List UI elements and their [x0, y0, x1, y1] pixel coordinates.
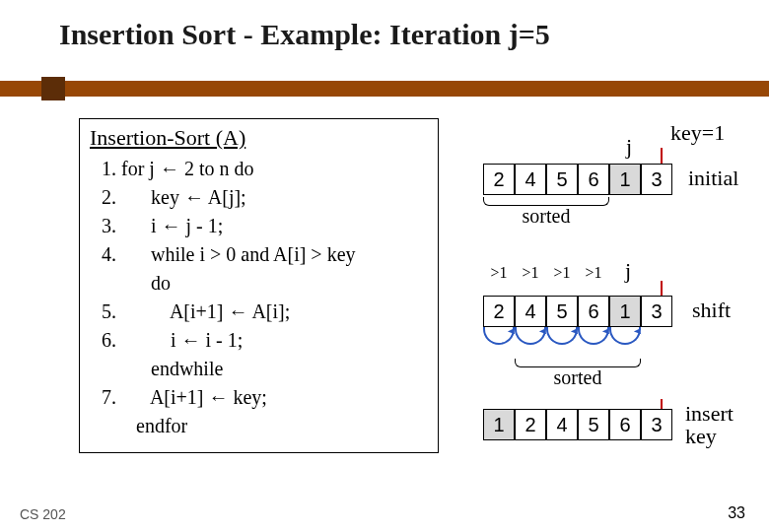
- gt-mark: >1: [578, 264, 609, 282]
- sorted-brace: sorted: [515, 361, 641, 383]
- array-row-insert: 1 2 4 5 6 3: [483, 409, 672, 440]
- algo-line: 6. i ← i - 1;: [102, 326, 428, 355]
- algo-line: do: [102, 269, 428, 298]
- j-pointer-label: j: [626, 134, 632, 160]
- gt-mark: >1: [483, 264, 515, 282]
- algorithm-title: Insertion-Sort (A): [90, 125, 428, 151]
- shift-arrow-icon: [483, 327, 515, 345]
- array-cell: 1: [483, 409, 515, 440]
- array-cell: 5: [546, 296, 578, 327]
- key-label: key=1: [670, 120, 725, 146]
- accent-square: [41, 77, 65, 100]
- slide-title: Insertion Sort - Example: Iteration j=5: [59, 18, 769, 51]
- array-cell: 3: [641, 296, 672, 327]
- slide-number: 33: [728, 504, 745, 522]
- array-cell: 4: [515, 164, 546, 195]
- array-cell: 3: [641, 164, 672, 195]
- array-row-initial: 2 4 5 6 1 3: [483, 164, 672, 195]
- array-cell: 2: [515, 409, 546, 440]
- shift-arrows: [483, 327, 641, 351]
- algo-line: endwhile: [102, 355, 428, 383]
- array-cell: 2: [483, 296, 515, 327]
- algorithm-box: Insertion-Sort (A) 1. for j ← 2 to n do …: [79, 118, 439, 453]
- array-row-shift: 2 4 5 6 1 3: [483, 296, 672, 327]
- array-cell: 5: [578, 409, 609, 440]
- array-cell: 6: [578, 164, 609, 195]
- row-label-initial: initial: [688, 166, 738, 191]
- gt-mark: >1: [546, 264, 578, 282]
- shift-arrow-icon: [578, 327, 609, 345]
- content-area: Insertion-Sort (A) 1. for j ← 2 to n do …: [69, 108, 749, 493]
- gt-comparisons: >1 >1 >1 >1: [483, 264, 609, 282]
- algo-line: 7. A[i+1] ← key;: [102, 383, 428, 412]
- row-label-insert: insert key: [685, 402, 759, 447]
- sorted-brace: sorted: [483, 199, 609, 222]
- array-cell: 5: [546, 164, 578, 195]
- algo-line: endfor: [102, 412, 428, 440]
- accent-bar: [0, 81, 769, 97]
- row-label-shift: shift: [692, 298, 731, 323]
- algo-line: 5. A[i+1] ← A[i];: [102, 298, 428, 326]
- array-cell: 6: [578, 296, 609, 327]
- algo-line: 2. key ← A[j];: [102, 183, 428, 212]
- algorithm-lines: 1. for j ← 2 to n do 2. key ← A[j]; 3. i…: [90, 155, 428, 440]
- array-cell: 1: [609, 296, 641, 327]
- shift-arrow-icon: [546, 327, 578, 345]
- gt-mark: >1: [515, 264, 546, 282]
- algo-line: 4. while i > 0 and A[i] > key: [102, 240, 428, 269]
- array-cell: 4: [515, 296, 546, 327]
- array-cell: 3: [641, 409, 672, 440]
- array-cell: 2: [483, 164, 515, 195]
- array-cell: 6: [609, 409, 641, 440]
- array-cell: 1: [609, 164, 641, 195]
- shift-arrow-icon: [609, 327, 641, 345]
- algo-line: 3. i ← j - 1;: [102, 212, 428, 240]
- j-pointer-label: j: [625, 258, 631, 284]
- shift-arrow-icon: [515, 327, 546, 345]
- footer-course: CS 202: [20, 506, 66, 522]
- algo-line: 1. for j ← 2 to n do: [102, 155, 428, 183]
- array-cell: 4: [546, 409, 578, 440]
